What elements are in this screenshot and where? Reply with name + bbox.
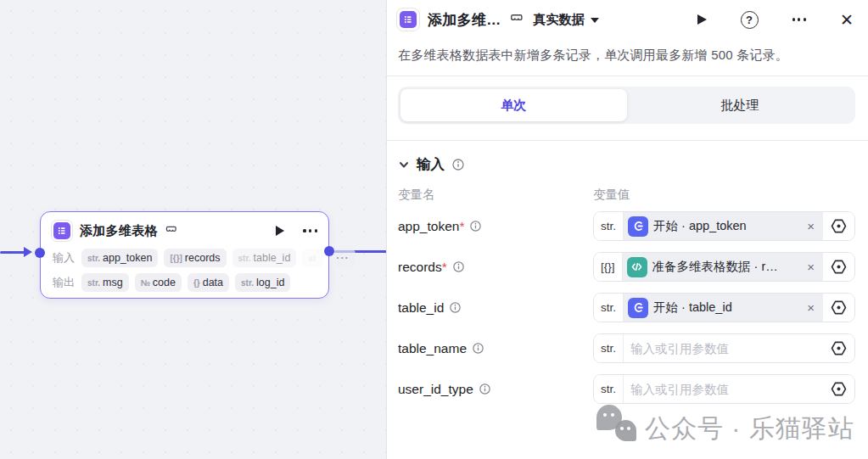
help-button[interactable]: ? [741, 11, 759, 29]
node-output-tag[interactable]: № code [135, 273, 182, 292]
variable-row-table-name: table_name str. [398, 333, 855, 363]
node-more-button[interactable] [303, 229, 317, 232]
remove-value-button[interactable]: × [804, 219, 817, 233]
node-outputs-label: 输出 [53, 275, 76, 290]
start-node-icon [628, 216, 648, 237]
plugin-store-icon [509, 13, 524, 27]
bitable-node-card[interactable]: 添加多维表格 输入 str. app_token [{}] [40, 211, 329, 299]
value-field-table-name[interactable]: str. [593, 333, 855, 363]
bitable-icon [53, 222, 70, 239]
node-input-tag[interactable]: str. app_token [81, 249, 158, 267]
info-icon[interactable] [479, 383, 491, 395]
variable-rows: app_token* str. 开始 · app_token × [398, 211, 855, 404]
variable-column-headers: 变量名 变量值 [398, 187, 855, 203]
required-asterisk: * [442, 260, 447, 274]
bitable-icon [400, 11, 417, 28]
column-header-name: 变量名 [398, 187, 593, 203]
variable-name: app_token* [398, 219, 464, 234]
value-input[interactable] [624, 334, 823, 362]
divider [387, 140, 868, 141]
value-field-table-id[interactable]: str. 开始 · table_id × [593, 293, 855, 322]
value-field-user-id-type[interactable]: str. [593, 374, 855, 404]
run-node-button[interactable] [697, 14, 707, 25]
type-label: str. [594, 212, 624, 240]
type-label: [{}] [594, 253, 623, 281]
plugin-store-icon [165, 225, 177, 238]
node-input-port[interactable] [35, 248, 45, 258]
value-field-records[interactable]: [{}] 准备多维表格数据 · r… × [593, 252, 855, 282]
remove-value-button[interactable]: × [804, 260, 817, 274]
required-asterisk: * [459, 219, 464, 233]
node-outputs-row: 输出 str. msg № code {} data str. log_id [53, 273, 318, 292]
node-inputs-label: 输入 [53, 250, 76, 266]
workflow-canvas[interactable]: 添加多维表格 输入 str. app_token [{}] [0, 0, 386, 459]
info-icon[interactable] [452, 260, 465, 273]
node-output-port[interactable] [324, 246, 334, 256]
node-description: 在多维表格数据表中新增多条记录，单次调用最多新增 500 条记录。 [387, 39, 868, 64]
collapse-chevron-icon[interactable] [398, 159, 410, 171]
node-input-tag-truncated: st [302, 249, 324, 267]
data-mode-dropdown[interactable]: 真实数据 [534, 12, 599, 28]
reference-variable-button[interactable] [823, 334, 854, 362]
variable-row-records: records* [{}] 准备多维表格数据 · r… × [398, 252, 855, 282]
node-run-button[interactable] [276, 226, 284, 236]
tab-batch[interactable]: 批处理 [627, 89, 854, 121]
reference-variable-button[interactable] [823, 294, 854, 322]
divider [387, 76, 868, 76]
incoming-connector-line [0, 251, 25, 254]
bitable-node-icon-box [51, 220, 73, 242]
node-config-panel: 添加多维… 真实数据 ? ✕ 在多维表格数据表中新增多条记录，单次调用最多新增 … [386, 0, 868, 459]
node-output-tag[interactable]: {} data [188, 273, 229, 292]
start-node-icon [628, 298, 648, 318]
panel-node-icon-box [396, 8, 420, 31]
variable-name: table_id [398, 300, 444, 316]
column-header-value: 变量值 [593, 187, 630, 203]
close-panel-button[interactable]: ✕ [840, 12, 854, 28]
type-label: str. [594, 375, 624, 403]
mode-tabs: 单次 批处理 [398, 87, 855, 124]
variable-reference-tag[interactable]: 开始 · app_token × [624, 212, 823, 240]
node-input-tag[interactable]: [{}] records [164, 249, 226, 267]
node-output-tag[interactable]: str. msg [81, 273, 129, 292]
reference-variable-button[interactable] [823, 375, 854, 403]
reference-variable-button[interactable] [823, 212, 854, 240]
input-section-title: 输入 [417, 155, 445, 174]
value-field-app-token[interactable]: str. 开始 · app_token × [593, 211, 855, 241]
node-output-tag[interactable]: str. log_id [235, 273, 290, 292]
variable-reference-tag[interactable]: 准备多维表格数据 · r… × [623, 253, 823, 281]
panel-header: 添加多维… 真实数据 ? ✕ [387, 0, 868, 39]
type-label: str. [594, 334, 624, 362]
remove-value-button[interactable]: × [804, 300, 817, 315]
node-input-tag[interactable]: str. table_id [232, 249, 297, 267]
input-section-header[interactable]: 输入 [398, 155, 855, 174]
variable-name: records* [398, 260, 447, 275]
chevron-down-icon [591, 18, 599, 23]
info-icon[interactable] [469, 220, 482, 232]
info-icon[interactable] [449, 301, 462, 314]
node-inputs-row: 输入 str. app_token [{}] records str. tabl… [53, 249, 318, 267]
tab-single[interactable]: 单次 [400, 89, 627, 121]
variable-name: user_id_type [398, 382, 473, 397]
panel-title: 添加多维… [428, 10, 501, 30]
reference-variable-button[interactable] [823, 253, 854, 281]
info-icon[interactable] [451, 158, 465, 171]
variable-name: table_name [398, 341, 467, 356]
type-label: str. [594, 294, 624, 322]
variable-row-app-token: app_token* str. 开始 · app_token × [398, 211, 855, 241]
incoming-connector-arrow-icon [24, 247, 32, 257]
code-node-icon [627, 257, 647, 277]
node-title: 添加多维表格 [80, 223, 158, 239]
value-input[interactable] [624, 375, 823, 403]
variable-row-user-id-type: user_id_type str. [398, 374, 855, 404]
panel-more-button[interactable] [792, 18, 807, 20]
info-icon[interactable] [472, 342, 484, 355]
variable-row-table-id: table_id str. 开始 · table_id × [398, 293, 855, 322]
variable-reference-tag[interactable]: 开始 · table_id × [624, 294, 823, 322]
